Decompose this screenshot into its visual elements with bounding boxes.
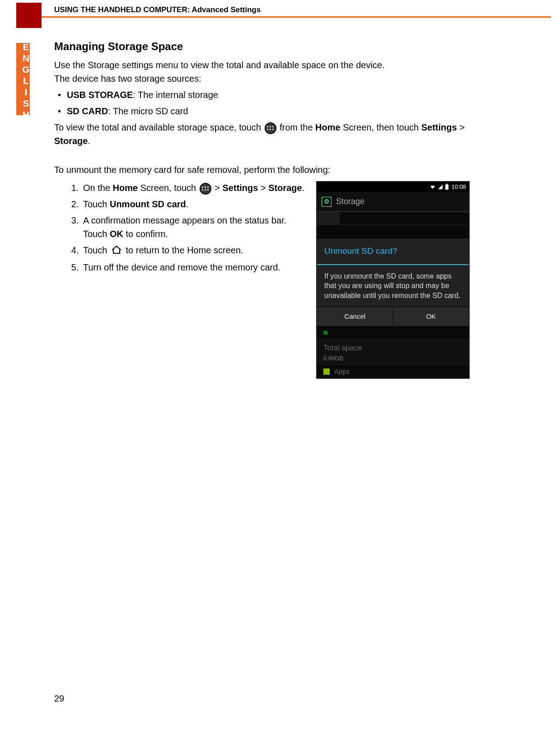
language-tab-label: ENGLISH (21, 42, 30, 121)
home-icon (111, 244, 122, 258)
phone-page-title: Storage (336, 196, 364, 208)
settings-icon: ⚙ (322, 197, 331, 207)
step-item: Touch Unmount SD card. (81, 197, 305, 211)
header-rule (42, 16, 551, 18)
phone-row (317, 326, 469, 339)
page-number: 29 (54, 694, 64, 704)
steps-list: On the Home Screen, touch > Settings > S… (54, 181, 305, 274)
battery-icon (445, 185, 448, 190)
dialog-title: Unmount SD card? (317, 238, 469, 265)
section-title: Managing Storage Space (54, 38, 470, 55)
step-item: A confirmation message appears on the st… (81, 214, 305, 241)
phone-screenshot: 10:08 ⚙ Storage Unmount SD card? If you … (316, 181, 470, 379)
phone-statusbar: 10:08 (317, 182, 469, 192)
signal-icon (438, 185, 443, 189)
chapter-title: USING THE HANDHELD COMPUTER: Advanced Se… (54, 5, 261, 14)
phone-row-faded (317, 224, 469, 238)
apps-color-chip (323, 368, 330, 375)
header-accent-block (16, 3, 42, 28)
phone-apps-row: Apps (317, 364, 469, 378)
phone-apps-label: Apps (334, 367, 350, 377)
apps-icon (200, 183, 211, 195)
step-item: Turn off the device and remove the memor… (81, 261, 305, 274)
list-item: USB STORAGE: The internal storage (67, 88, 470, 102)
nav-instruction: To view the total and available storage … (54, 121, 470, 148)
apps-icon (265, 122, 276, 134)
phone-time: 10:08 (451, 182, 466, 191)
phone-total-space-label: Total space (323, 342, 462, 354)
phone-dialog: Unmount SD card? If you unmount the SD c… (317, 238, 469, 326)
list-item: SD CARD: The micro SD card (67, 104, 470, 118)
storage-sources-list: USB STORAGE: The internal storage SD CAR… (54, 88, 470, 118)
step-item: On the Home Screen, touch > Settings > S… (81, 181, 305, 195)
phone-total-space-row: Total space 0.99GB (317, 339, 469, 364)
language-tab: ENGLISH (16, 43, 30, 115)
body-text: Use the Storage settings menu to view th… (54, 58, 470, 85)
unmount-intro: To unmount the memory card for safe remo… (54, 163, 470, 177)
dialog-body: If you unmount the SD card, some apps th… (317, 265, 469, 307)
step-item: Touch to return to the Home screen. (81, 243, 305, 258)
phone-total-space-value: 0.99GB (323, 354, 462, 363)
dialog-ok-button[interactable]: OK (393, 307, 469, 326)
phone-page-header: ⚙ Storage (317, 192, 469, 212)
wifi-icon (430, 184, 435, 190)
storage-bar-segment (323, 331, 328, 335)
dialog-cancel-button[interactable]: Cancel (317, 307, 393, 326)
